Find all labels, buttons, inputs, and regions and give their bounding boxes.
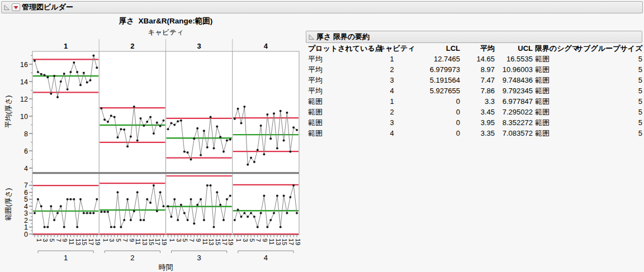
- svg-text:8: 8: [24, 130, 28, 138]
- data-point: [69, 71, 72, 73]
- data-point: [60, 205, 62, 207]
- data-point: [289, 151, 291, 153]
- data-point: [92, 55, 94, 57]
- svg-text:11: 11: [135, 238, 141, 245]
- phase-label: 1: [64, 254, 68, 262]
- svg-text:3: 3: [197, 42, 201, 50]
- table-cell: 3: [378, 75, 406, 85]
- data-point: [266, 113, 268, 116]
- data-point: [56, 96, 59, 98]
- table-cell: 8.97: [460, 64, 495, 75]
- control-chart-canvas[interactable]: 1234468101214161357911131517191135791113…: [0, 0, 305, 272]
- data-point: [63, 226, 65, 228]
- data-point: [86, 212, 88, 214]
- range-chart: 1357911131517191135791113151719213579111…: [24, 174, 301, 262]
- data-point: [187, 151, 189, 154]
- svg-text:11: 11: [202, 238, 209, 245]
- svg-text:9: 9: [262, 238, 268, 242]
- data-point: [177, 219, 179, 221]
- data-point: [283, 139, 285, 141]
- data-point: [63, 73, 65, 75]
- data-point: [200, 198, 202, 201]
- data-point: [146, 121, 148, 123]
- column-header-cavity: キャビティ: [378, 43, 406, 54]
- data-point: [167, 205, 169, 207]
- data-point: [280, 226, 282, 228]
- table-cell: 範囲: [533, 75, 576, 85]
- svg-text:3: 3: [242, 238, 249, 242]
- data-point: [253, 216, 255, 218]
- data-point: [86, 82, 88, 84]
- svg-text:19: 19: [161, 238, 168, 245]
- svg-text:11: 11: [268, 238, 275, 245]
- svg-text:5: 5: [24, 195, 28, 203]
- svg-text:3: 3: [24, 209, 28, 217]
- table-cell: 0: [406, 128, 460, 139]
- table-row: 範囲203.457.295022範囲5: [308, 107, 642, 117]
- report-window: 管理図ビルダー 厚さ XBar&R(Range:範囲) キャビティ 時間 平均(…: [0, 0, 644, 272]
- table-cell: 10.96003: [495, 64, 533, 75]
- table-row: 平均26.9799738.9710.96003範囲5: [308, 64, 642, 75]
- data-point: [240, 122, 243, 124]
- svg-text:3: 3: [42, 238, 49, 242]
- data-point: [73, 198, 75, 201]
- column-header-subgroup-size: サブグループサイズ: [576, 43, 642, 54]
- data-point: [263, 153, 265, 155]
- data-point: [243, 212, 245, 214]
- data-point: [159, 191, 162, 193]
- data-point: [133, 106, 135, 108]
- data-point: [79, 84, 82, 86]
- data-point: [250, 156, 252, 159]
- data-point: [257, 226, 259, 228]
- svg-text:1: 1: [102, 238, 109, 242]
- svg-text:4: 4: [24, 203, 28, 211]
- phase-bracket: [105, 251, 160, 253]
- column-header-ucl: UCL: [495, 43, 533, 54]
- table-cell: 範囲: [533, 96, 576, 107]
- disclosure-triangle-icon[interactable]: [308, 34, 315, 40]
- data-point: [163, 205, 165, 207]
- svg-text:7: 7: [255, 238, 262, 242]
- svg-text:14: 14: [20, 78, 28, 86]
- data-point: [123, 219, 125, 221]
- data-point: [240, 216, 243, 218]
- table-cell: 0: [406, 107, 460, 117]
- data-point: [292, 126, 295, 128]
- table-cell: 6.977847: [495, 96, 533, 107]
- data-point: [117, 191, 119, 193]
- svg-text:4: 4: [264, 42, 268, 50]
- table-cell: 3.95: [460, 117, 495, 128]
- svg-text:13: 13: [141, 238, 148, 245]
- data-point: [263, 195, 265, 197]
- data-point: [73, 61, 75, 64]
- data-point: [103, 118, 106, 121]
- table-cell: 5: [576, 85, 642, 96]
- svg-text:3: 3: [108, 238, 115, 242]
- table-cell: 3.35: [460, 128, 495, 139]
- data-point: [213, 147, 215, 149]
- svg-text:19: 19: [94, 238, 101, 245]
- table-cell: 1: [378, 96, 406, 107]
- data-point: [203, 219, 205, 221]
- data-point: [153, 132, 155, 135]
- data-point: [37, 198, 39, 201]
- table-cell: 3: [378, 117, 406, 128]
- data-point: [173, 198, 176, 201]
- column-header-plotted-point: プロットされている点: [308, 43, 378, 54]
- data-point: [216, 126, 218, 128]
- data-point: [226, 139, 228, 141]
- data-point: [190, 159, 192, 161]
- table-row: 範囲103.36.977847範囲5: [308, 96, 642, 107]
- svg-text:7: 7: [122, 238, 129, 242]
- data-point: [153, 184, 155, 187]
- svg-text:19: 19: [295, 238, 301, 245]
- data-point: [229, 195, 231, 197]
- data-point: [83, 72, 85, 74]
- table-cell: 3.45: [460, 107, 495, 117]
- table-cell: 5: [576, 128, 642, 139]
- table-cell: 平均: [308, 85, 378, 96]
- data-point: [210, 184, 212, 187]
- svg-text:7: 7: [188, 238, 195, 242]
- table-cell: 範囲: [533, 54, 576, 64]
- data-point: [120, 226, 122, 228]
